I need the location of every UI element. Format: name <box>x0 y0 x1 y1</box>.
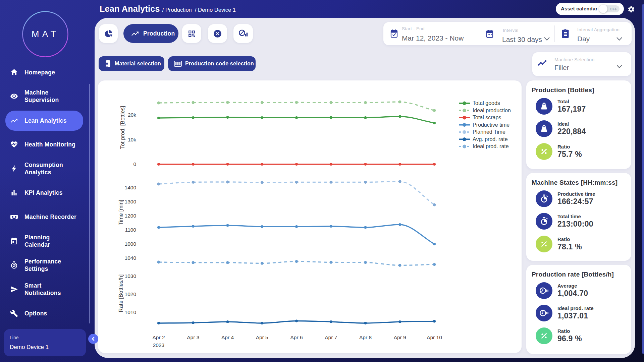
svg-text:1300: 1300 <box>125 199 137 204</box>
svg-text:Rate [Bottles/h]: Rate [Bottles/h] <box>118 275 124 312</box>
svg-text:Tot prod. [Bottles]: Tot prod. [Bottles] <box>119 106 125 149</box>
svg-text:MAT: MAT <box>32 29 59 39</box>
svg-text:Apr 9: Apr 9 <box>394 335 406 340</box>
svg-text:2023: 2023 <box>153 342 164 348</box>
svg-text:1010: 1010 <box>125 309 137 315</box>
svg-text:Apr 10: Apr 10 <box>427 335 442 340</box>
svg-text:1100: 1100 <box>125 227 137 233</box>
svg-text:0: 0 <box>133 161 136 167</box>
svg-text:Total scraps: Total scraps <box>473 115 501 120</box>
svg-text:Apr 7: Apr 7 <box>325 335 337 340</box>
svg-text:1030: 1030 <box>125 273 137 279</box>
svg-text:Time [min]: Time [min] <box>118 200 124 225</box>
svg-text:Apr 2: Apr 2 <box>152 335 165 340</box>
svg-text:Ideal production: Ideal production <box>473 108 511 113</box>
svg-text:Apr 8: Apr 8 <box>359 335 372 340</box>
svg-text:Planned Time: Planned Time <box>473 129 505 135</box>
svg-text:Ideal prod. rate: Ideal prod. rate <box>473 143 509 149</box>
svg-text:1400: 1400 <box>125 185 137 190</box>
svg-text:20k: 20k <box>128 112 136 118</box>
svg-text:1200: 1200 <box>125 213 137 219</box>
svg-text:10k: 10k <box>128 137 136 142</box>
svg-text:Apr 6: Apr 6 <box>290 335 303 340</box>
svg-text:Total goods: Total goods <box>473 100 500 106</box>
svg-text:Productive time: Productive time <box>473 122 509 128</box>
svg-text:1000: 1000 <box>125 241 137 247</box>
svg-text:Apr 5: Apr 5 <box>256 335 268 340</box>
svg-text:1020: 1020 <box>125 291 137 297</box>
svg-text:1040: 1040 <box>125 255 137 261</box>
svg-text:Apr 3: Apr 3 <box>187 335 199 340</box>
svg-text:Avg. prod. rate: Avg. prod. rate <box>473 136 508 142</box>
svg-text:Apr 4: Apr 4 <box>221 335 234 340</box>
